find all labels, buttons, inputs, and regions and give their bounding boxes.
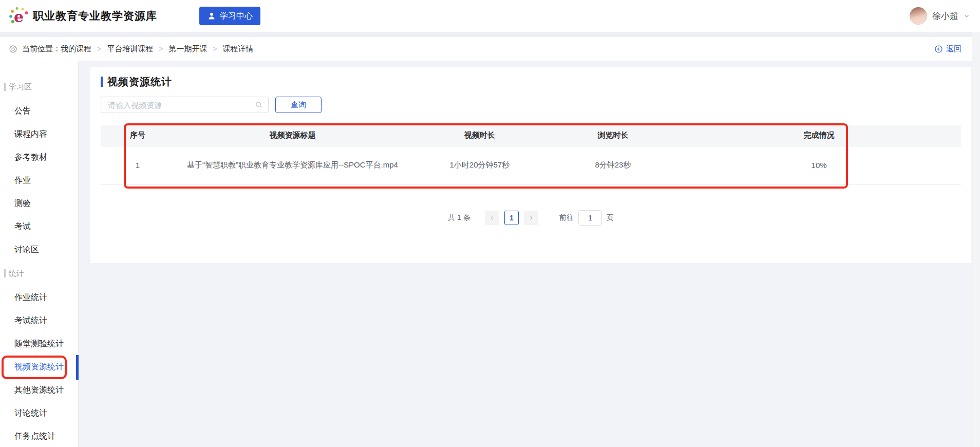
goto-page-input[interactable] bbox=[578, 210, 602, 226]
section-bar bbox=[4, 83, 6, 91]
sidebar-item-quiz[interactable]: 测验 bbox=[0, 192, 78, 215]
sidebar-item-label: 其他资源统计 bbox=[14, 385, 64, 396]
column-view-duration: 浏览时长 bbox=[549, 125, 677, 146]
section-bar bbox=[4, 269, 6, 277]
section-label: 统计 bbox=[9, 269, 24, 278]
cell-completion: 10% bbox=[677, 146, 961, 184]
sidebar: 学习区 公告 课程内容 参考教材 作业 测验 考试 讨论区 统计 作业统计 考试… bbox=[0, 61, 79, 447]
learning-center-button[interactable]: 学习中心 bbox=[199, 7, 260, 25]
top-header: e 职业教育专业教学资源库 学习中心 徐小超 bbox=[0, 0, 980, 32]
page: e 职业教育专业教学资源库 学习中心 徐小超 bbox=[0, 0, 980, 447]
sidebar-item-exam-stats[interactable]: 考试统计 bbox=[0, 309, 78, 332]
sidebar-item-discussion-stats[interactable]: 讨论统计 bbox=[0, 402, 78, 425]
sidebar-item-discussion[interactable]: 讨论区 bbox=[0, 238, 78, 262]
sidebar-item-video-resource-stats[interactable]: 视频资源统计 bbox=[0, 356, 78, 379]
search-icon bbox=[255, 101, 263, 111]
sidebar-item-label: 作业统计 bbox=[14, 292, 47, 303]
sidebar-item-label: 任务点统计 bbox=[14, 431, 55, 442]
breadcrumb-item-my-courses[interactable]: 我的课程 bbox=[61, 44, 91, 54]
sidebar-item-label: 测验 bbox=[14, 198, 31, 209]
breadcrumb-item-platform-training[interactable]: 平台培训课程 bbox=[107, 44, 153, 54]
query-button[interactable]: 查询 bbox=[275, 97, 322, 113]
sidebar-item-label: 公告 bbox=[14, 106, 31, 117]
back-button[interactable]: 返回 bbox=[934, 44, 962, 54]
sidebar-item-label: 讨论统计 bbox=[14, 408, 47, 419]
active-indicator-bar bbox=[76, 355, 79, 380]
page-title: 视频资源统计 bbox=[107, 75, 172, 89]
sidebar-item-label: 课程内容 bbox=[14, 129, 47, 140]
sidebar-item-exam[interactable]: 考试 bbox=[0, 215, 78, 238]
sidebar-item-label: 考试 bbox=[14, 221, 31, 232]
breadcrumb-separator: > bbox=[213, 45, 217, 53]
header-divider bbox=[0, 32, 980, 37]
logo: e 职业教育专业教学资源库 bbox=[9, 6, 157, 26]
sidebar-item-announcements[interactable]: 公告 bbox=[0, 100, 78, 123]
cell-video-title: 基于“智慧职教”职业教育专业教学资源库应用--SPOC平台.mp4 bbox=[175, 146, 410, 184]
breadcrumb-bar: 当前位置： 我的课程 > 平台培训课程 > 第一期开课 > 课程详情 返回 bbox=[0, 37, 980, 61]
page-unit-label: 页 bbox=[607, 213, 614, 222]
video-stats-table: 序号 视频资源标题 视频时长 浏览时长 完成情况 1 基于“智慧职教”职业教育专… bbox=[101, 125, 961, 185]
sidebar-item-task-point-stats[interactable]: 任务点统计 bbox=[0, 425, 78, 447]
section-label: 学习区 bbox=[9, 82, 32, 92]
sidebar-item-label: 视频资源统计 bbox=[14, 362, 64, 372]
sidebar-item-reference-materials[interactable]: 参考教材 bbox=[0, 146, 78, 169]
breadcrumb-separator: > bbox=[97, 45, 101, 53]
sidebar-item-other-resource-stats[interactable]: 其他资源统计 bbox=[0, 379, 78, 402]
video-stats-card: 视频资源统计 查询 bbox=[90, 67, 971, 263]
location-icon bbox=[9, 45, 17, 53]
search-input[interactable] bbox=[101, 97, 269, 113]
app-logo-icon: e bbox=[9, 6, 28, 26]
column-video-title: 视频资源标题 bbox=[175, 125, 410, 146]
avatar bbox=[910, 7, 927, 25]
scrollbar-track[interactable] bbox=[972, 32, 980, 447]
app-title: 职业教育专业教学资源库 bbox=[33, 9, 157, 23]
chevron-right-icon bbox=[528, 215, 534, 221]
sidebar-item-homework[interactable]: 作业 bbox=[0, 169, 78, 192]
chevron-down-icon bbox=[964, 13, 970, 19]
breadcrumb-separator: > bbox=[159, 45, 163, 53]
back-label: 返回 bbox=[946, 44, 962, 54]
breadcrumb-item-first-session[interactable]: 第一期开课 bbox=[168, 44, 207, 54]
sidebar-item-label: 考试统计 bbox=[14, 315, 47, 326]
sidebar-item-label: 参考教材 bbox=[14, 152, 47, 163]
cell-video-duration: 1小时20分钟57秒 bbox=[410, 146, 549, 184]
username: 徐小超 bbox=[932, 10, 958, 22]
content: 学习区 公告 课程内容 参考教材 作业 测验 考试 讨论区 统计 作业统计 考试… bbox=[0, 61, 980, 447]
sidebar-item-course-content[interactable]: 课程内容 bbox=[0, 123, 78, 146]
card-title-row: 视频资源统计 bbox=[90, 67, 971, 88]
sidebar-statistics-items: 作业统计 考试统计 随堂测验统计 视频资源统计 其他资源统计 讨论统计 任务点统… bbox=[0, 286, 78, 447]
sidebar-item-label: 作业 bbox=[14, 175, 31, 186]
person-icon bbox=[207, 11, 216, 21]
main-area: 视频资源统计 查询 bbox=[79, 61, 980, 447]
sidebar-item-quiz-stats[interactable]: 随堂测验统计 bbox=[0, 332, 78, 356]
search-row: 查询 bbox=[90, 88, 971, 113]
table-header-row: 序号 视频资源标题 视频时长 浏览时长 完成情况 bbox=[101, 125, 961, 146]
pagination-page-1-button[interactable]: 1 bbox=[504, 211, 519, 225]
sidebar-section-learning: 学习区 bbox=[0, 81, 78, 92]
learning-center-label: 学习中心 bbox=[220, 11, 253, 22]
circled-arrow-left-icon bbox=[934, 45, 943, 53]
svg-text:e: e bbox=[14, 8, 24, 26]
chevron-left-icon bbox=[489, 215, 495, 221]
search-box bbox=[101, 97, 269, 113]
breadcrumb-item-course-detail: 课程详情 bbox=[223, 44, 254, 54]
breadcrumb-prefix: 当前位置： bbox=[22, 44, 61, 54]
sidebar-section-statistics: 统计 bbox=[0, 268, 78, 279]
column-index: 序号 bbox=[101, 125, 175, 146]
user-menu[interactable]: 徐小超 bbox=[910, 7, 970, 25]
sidebar-item-homework-stats[interactable]: 作业统计 bbox=[0, 286, 78, 309]
cell-view-duration: 8分钟23秒 bbox=[549, 146, 677, 184]
sidebar-learning-items: 公告 课程内容 参考教材 作业 测验 考试 讨论区 bbox=[0, 100, 78, 262]
cell-index: 1 bbox=[101, 146, 175, 184]
title-accent-bar bbox=[101, 77, 103, 87]
goto-label: 前往 bbox=[559, 213, 574, 222]
column-completion: 完成情况 bbox=[677, 125, 961, 146]
pagination-prev-button[interactable] bbox=[485, 211, 499, 225]
pagination: 共 1 条 1 bbox=[90, 210, 971, 226]
column-video-duration: 视频时长 bbox=[410, 125, 549, 146]
table-row: 1 基于“智慧职教”职业教育专业教学资源库应用--SPOC平台.mp4 1小时2… bbox=[101, 146, 961, 184]
pagination-total: 共 1 条 bbox=[448, 213, 470, 222]
sidebar-item-label: 随堂测验统计 bbox=[14, 339, 64, 349]
pagination-goto: 前往 页 bbox=[559, 210, 614, 226]
pagination-next-button[interactable] bbox=[524, 211, 538, 225]
